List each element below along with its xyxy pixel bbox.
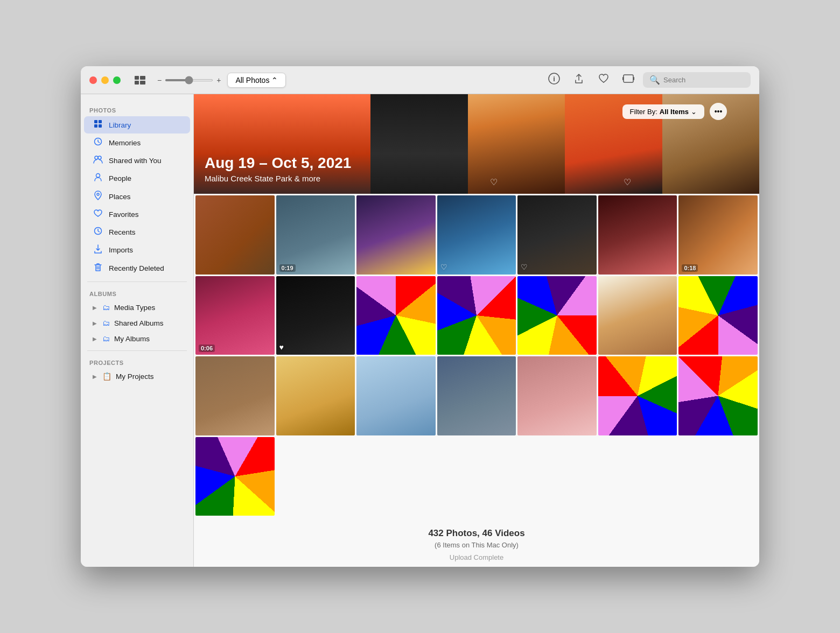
- search-input[interactable]: [663, 76, 739, 84]
- main-content: Photos Library: [81, 94, 759, 567]
- sidebar-item-my-projects-label: My Projects: [116, 372, 154, 381]
- sidebar-item-memories[interactable]: Memories: [84, 134, 190, 151]
- sidebar-item-library-label: Library: [109, 121, 131, 129]
- sidebar-item-recently-deleted[interactable]: Recently Deleted: [84, 259, 190, 277]
- search-bar[interactable]: 🔍: [643, 72, 751, 88]
- video-duration-1: 0:19: [279, 264, 296, 272]
- photo-thumb-1[interactable]: [195, 195, 275, 275]
- photo-thumb-15[interactable]: [195, 356, 275, 435]
- sidebar-item-places-label: Places: [109, 193, 131, 201]
- sidebar-item-imports[interactable]: Imports: [84, 241, 190, 259]
- photo-thumb-20[interactable]: [598, 356, 677, 435]
- photo-thumb-21[interactable]: [678, 356, 758, 435]
- minimize-button[interactable]: [101, 76, 109, 84]
- filter-button[interactable]: Filter By: All Items ⌄: [622, 104, 704, 119]
- svg-point-14: [95, 156, 98, 159]
- svg-rect-12: [99, 124, 102, 128]
- photo-thumb-5[interactable]: ♡: [517, 195, 597, 275]
- places-icon: [93, 191, 103, 202]
- sidebar-item-my-albums[interactable]: ▶ 🗂 My Albums: [84, 331, 190, 346]
- photo-thumb-11[interactable]: [437, 276, 516, 355]
- sidebar: Photos Library: [81, 94, 194, 567]
- maximize-button[interactable]: [113, 76, 121, 84]
- photo-thumb-9[interactable]: ♥: [276, 276, 355, 355]
- photo-thumb-14[interactable]: [678, 276, 758, 355]
- slideshow-button[interactable]: [620, 71, 636, 89]
- sidebar-divider-1: [87, 282, 187, 282]
- photo-thumb-2[interactable]: 0:19: [276, 195, 355, 275]
- favorite-button[interactable]: [596, 71, 612, 89]
- svg-rect-10: [99, 120, 102, 123]
- sidebar-item-media-types[interactable]: ▶ 🗂 Media Types: [84, 300, 190, 315]
- sub-count: (6 Items on This Mac Only): [205, 541, 748, 549]
- photo-thumb-12[interactable]: [517, 276, 597, 355]
- app-window: − + All Photos ⌃ i: [81, 66, 759, 567]
- more-icon: •••: [715, 107, 723, 116]
- photo-thumb-6[interactable]: [598, 195, 677, 275]
- photo-thumb-17[interactable]: [356, 356, 436, 435]
- heart-badge-5: ♡: [521, 263, 528, 271]
- svg-rect-1: [140, 76, 145, 80]
- sidebar-section-photos-label: Photos: [81, 103, 193, 116]
- filter-label: Filter By:: [630, 108, 657, 116]
- sidebar-item-places[interactable]: Places: [84, 187, 190, 206]
- sidebar-item-favorites[interactable]: Favorites: [84, 206, 190, 223]
- heart-badge-9: ♥: [279, 343, 284, 351]
- heart-badge-4: ♡: [440, 263, 447, 271]
- banner-heart-4: ♡: [624, 177, 631, 187]
- featured-banner[interactable]: ♡ ♡ Aug 19 – Oct 5, 2021 Malibu Creek St…: [194, 94, 759, 194]
- recently-deleted-icon: [93, 263, 103, 274]
- svg-rect-0: [135, 76, 139, 80]
- photo-thumb-18[interactable]: [437, 356, 516, 435]
- collapse-arrow-shared-albums: ▶: [93, 320, 97, 326]
- traffic-lights: [89, 76, 121, 84]
- photo-thumb-10[interactable]: [356, 276, 436, 355]
- upload-status: Upload Complete: [205, 553, 748, 561]
- photo-thumb-8[interactable]: 0:06: [195, 276, 275, 355]
- library-icon: [93, 119, 103, 130]
- collapse-arrow-my-projects: ▶: [93, 374, 97, 379]
- photo-thumb-4[interactable]: ♡: [437, 195, 516, 275]
- sidebar-item-people[interactable]: People: [84, 170, 190, 187]
- close-button[interactable]: [89, 76, 97, 84]
- svg-rect-8: [633, 77, 634, 80]
- banner-location: Malibu Creek State Park & more: [205, 174, 351, 183]
- banner-date: Aug 19 – Oct 5, 2021: [205, 154, 351, 172]
- zoom-slider[interactable]: [165, 79, 213, 81]
- zoom-minus: −: [157, 76, 162, 85]
- banner-photo-3[interactable]: [468, 94, 565, 194]
- my-projects-folder-icon: 📋: [102, 372, 111, 381]
- toolbar-icons: i: [546, 71, 636, 89]
- photo-thumb-13[interactable]: [598, 276, 677, 355]
- share-button[interactable]: [571, 71, 587, 89]
- sidebar-item-shared-albums[interactable]: ▶ 🗂 Shared Albums: [84, 315, 190, 330]
- photo-area: ♡ ♡ Aug 19 – Oct 5, 2021 Malibu Creek St…: [194, 94, 759, 567]
- sidebar-item-library[interactable]: Library: [84, 116, 190, 133]
- more-options-button[interactable]: •••: [710, 103, 727, 120]
- photo-thumb-7[interactable]: 0:18: [678, 195, 758, 275]
- photo-thumb-22[interactable]: [195, 437, 275, 516]
- svg-text:i: i: [553, 75, 555, 83]
- info-button[interactable]: i: [546, 71, 562, 89]
- all-photos-button[interactable]: All Photos ⌃: [227, 73, 286, 88]
- view-toggle-button[interactable]: [131, 74, 149, 87]
- sidebar-item-memories-label: Memories: [109, 139, 141, 147]
- photo-count: 432 Photos, 46 Videos: [205, 528, 748, 539]
- people-icon: [93, 173, 103, 184]
- svg-rect-11: [94, 124, 97, 128]
- sidebar-item-my-projects[interactable]: ▶ 📋 My Projects: [84, 369, 190, 384]
- banner-photo-2[interactable]: [370, 94, 467, 194]
- collapse-arrow-media-types: ▶: [93, 305, 97, 311]
- sidebar-item-shared-with-you[interactable]: Shared with You: [84, 152, 190, 169]
- photo-thumb-16[interactable]: [276, 356, 355, 435]
- photo-count-bar: 432 Photos, 46 Videos (6 Items on This M…: [194, 517, 759, 567]
- photo-thumb-3[interactable]: [356, 195, 436, 275]
- shared-with-you-icon: [93, 155, 103, 166]
- sidebar-item-recents[interactable]: Recents: [84, 223, 190, 241]
- titlebar: − + All Photos ⌃ i: [81, 66, 759, 94]
- sidebar-item-recently-deleted-label: Recently Deleted: [109, 264, 164, 272]
- photo-thumb-19[interactable]: [517, 356, 597, 435]
- shared-albums-folder-icon: 🗂: [102, 319, 110, 327]
- recents-icon: [93, 227, 103, 237]
- filter-value: All Items: [660, 108, 689, 116]
